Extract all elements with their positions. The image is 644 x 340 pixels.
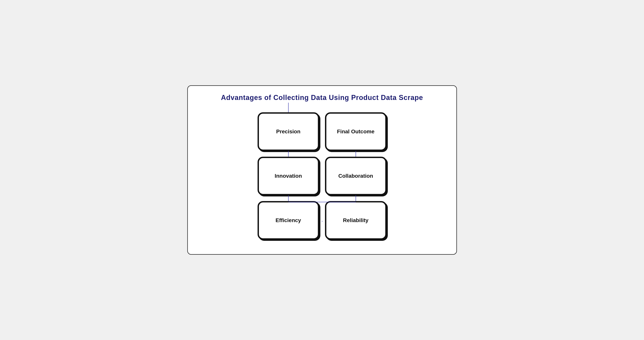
card-final-outcome: Final Outcome [325,112,387,151]
card-cell-efficiency: Efficiency [255,198,322,243]
card-cell-reliability: Reliability [322,198,390,243]
card-label-collaboration: Collaboration [338,173,373,179]
card-cell-final-outcome: Final Outcome [322,109,390,154]
card-precision: Precision [258,112,319,151]
card-label-innovation: Innovation [275,173,302,179]
card-label-reliability: Reliability [343,217,368,223]
cards-grid: Precision Final Outcome Innovation [255,109,390,243]
card-cell-innovation: Innovation [255,154,322,198]
card-label-efficiency: Efficiency [276,217,301,223]
card-reliability: Reliability [325,201,387,240]
outer-container: Advantages of Collecting Data Using Prod… [187,85,457,255]
card-efficiency: Efficiency [258,201,319,240]
card-label-precision: Precision [276,128,300,135]
page-title: Advantages of Collecting Data Using Prod… [200,94,445,102]
card-label-final-outcome: Final Outcome [337,128,374,135]
card-cell-collaboration: Collaboration [322,154,390,198]
card-cell-precision: Precision [255,109,322,154]
card-innovation: Innovation [258,157,319,195]
card-collaboration: Collaboration [325,157,387,195]
diagram-area: Precision Final Outcome Innovation [200,109,445,243]
